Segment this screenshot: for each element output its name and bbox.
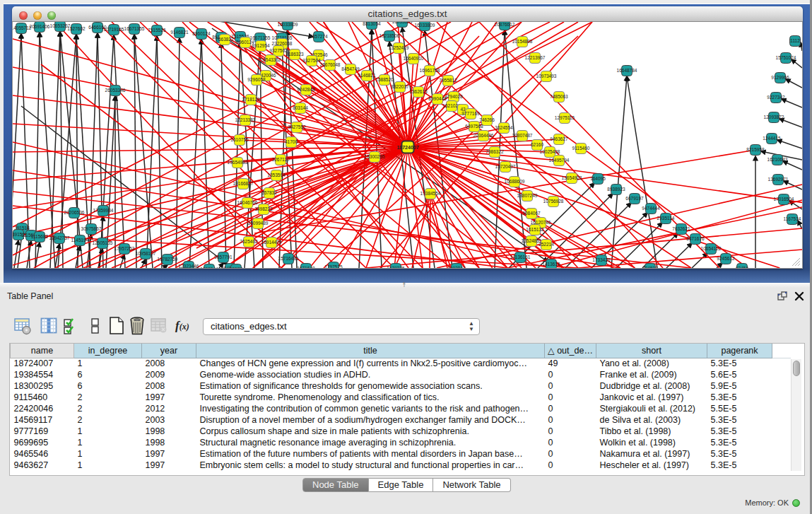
- svg-text:1588520: 1588520: [375, 77, 394, 82]
- svg-text:7625402: 7625402: [240, 239, 258, 244]
- svg-text:30975867: 30975867: [81, 226, 102, 231]
- svg-text:18807249: 18807249: [517, 193, 538, 198]
- svg-text:164095: 164095: [590, 176, 606, 181]
- svg-text:16640910: 16640910: [404, 56, 424, 61]
- svg-text:9327504: 9327504: [302, 58, 321, 63]
- svg-text:9474444: 9474444: [642, 206, 660, 211]
- svg-text:8471676: 8471676: [686, 236, 705, 241]
- svg-text:746266: 746266: [479, 117, 495, 122]
- svg-text:1353594: 1353594: [267, 173, 286, 177]
- svg-text:1112: 1112: [790, 38, 800, 43]
- svg-text:8912954: 8912954: [252, 43, 270, 48]
- svg-text:9227342: 9227342: [767, 95, 785, 100]
- svg-text:13252419: 13252419: [389, 45, 409, 50]
- svg-text:16033809: 16033809: [392, 22, 413, 24]
- svg-text:1733426: 1733426: [592, 257, 611, 262]
- svg-text:7515526: 7515526: [148, 28, 166, 33]
- svg-text:9245612: 9245612: [717, 256, 735, 261]
- svg-text:16543362: 16543362: [261, 57, 281, 62]
- svg-text:2718126: 2718126: [242, 97, 260, 102]
- svg-text:1167534: 1167534: [784, 216, 801, 221]
- svg-text:17957253: 17957253: [114, 246, 135, 251]
- svg-text:3624554: 3624554: [495, 125, 513, 130]
- svg-text:26053346: 26053346: [105, 88, 126, 93]
- svg-text:3498222: 3498222: [254, 206, 273, 211]
- svg-text:10958107: 10958107: [136, 251, 156, 256]
- svg-text:9327502: 9327502: [269, 48, 288, 53]
- svg-text:12323446: 12323446: [179, 264, 199, 268]
- svg-text:10756928: 10756928: [543, 199, 564, 204]
- svg-text:16961758: 16961758: [420, 68, 440, 73]
- svg-text:1679275: 1679275: [387, 266, 405, 268]
- svg-text:7986322: 7986322: [486, 149, 504, 154]
- svg-text:13654923: 13654923: [562, 175, 582, 180]
- svg-text:16495794: 16495794: [549, 158, 570, 163]
- svg-text:10688609: 10688609: [505, 179, 525, 184]
- svg-text:10025438: 10025438: [540, 149, 560, 154]
- svg-text:16671355: 16671355: [124, 26, 145, 31]
- svg-text:92456: 92456: [736, 266, 748, 268]
- svg-text:10973493: 10973493: [536, 74, 557, 78]
- svg-text:8454749: 8454749: [341, 66, 360, 71]
- svg-text:16033809: 16033809: [278, 22, 298, 27]
- svg-text:10807487: 10807487: [512, 133, 533, 138]
- svg-text:8813054: 8813054: [363, 22, 381, 26]
- svg-text:10719155: 10719155: [104, 27, 124, 32]
- svg-text:8186323: 8186323: [286, 52, 304, 57]
- svg-text:2935114: 2935114: [657, 216, 675, 221]
- svg-text:20691406: 20691406: [30, 24, 50, 29]
- svg-text:1244415: 1244415: [763, 136, 781, 141]
- svg-text:7357274: 7357274: [310, 34, 328, 39]
- svg-text:924501: 924501: [642, 266, 658, 268]
- svg-text:12213383: 12213383: [235, 117, 256, 122]
- svg-text:9794028: 9794028: [445, 94, 463, 99]
- svg-text:1115682: 1115682: [31, 234, 49, 239]
- svg-text:9242848: 9242848: [297, 87, 315, 92]
- svg-text:9129966: 9129966: [771, 75, 789, 80]
- svg-text:16210643: 16210643: [767, 157, 788, 162]
- svg-text:12942737: 12942737: [49, 235, 70, 240]
- svg-text:1362615: 1362615: [409, 89, 428, 94]
- svg-text:6679197: 6679197: [625, 196, 644, 201]
- svg-text:19654983: 19654983: [228, 160, 248, 165]
- svg-text:15720407: 15720407: [495, 164, 516, 169]
- svg-text:62160: 62160: [531, 142, 543, 147]
- svg-text:8322037: 8322037: [391, 84, 409, 89]
- svg-text:15716485: 15716485: [278, 256, 299, 261]
- svg-text:9463627: 9463627: [550, 136, 568, 141]
- svg-text:18724007: 18724007: [396, 145, 418, 150]
- svg-text:1610755: 1610755: [230, 137, 249, 142]
- svg-text:15751074: 15751074: [776, 55, 796, 60]
- svg-text:16033809: 16033809: [415, 23, 435, 28]
- svg-text:7632621: 7632621: [672, 226, 690, 231]
- svg-text:9146821: 9146821: [170, 30, 189, 35]
- svg-text:7485063: 7485063: [550, 94, 568, 99]
- svg-text:19384554: 19384554: [420, 191, 441, 196]
- svg-text:12213967: 12213967: [525, 55, 546, 60]
- svg-text:17359934: 17359934: [93, 208, 114, 213]
- svg-text:9427552: 9427552: [288, 124, 306, 129]
- svg-text:16782759: 16782759: [158, 257, 178, 262]
- svg-text:16099489: 16099489: [248, 221, 269, 226]
- svg-text:12505135: 12505135: [93, 240, 113, 245]
- svg-text:12975115: 12975115: [555, 115, 575, 120]
- svg-text:8215958: 8215958: [746, 147, 765, 152]
- svg-text:8938923: 8938923: [607, 187, 625, 192]
- svg-text:20206536: 20206536: [64, 210, 85, 215]
- svg-text:803144: 803144: [293, 105, 308, 110]
- svg-text:26676048: 26676048: [320, 62, 341, 67]
- svg-text:19166827: 19166827: [233, 181, 254, 186]
- svg-text:9084067: 9084067: [522, 211, 541, 216]
- svg-text:9857791: 9857791: [214, 255, 233, 259]
- svg-text:14136161: 14136161: [510, 255, 531, 259]
- svg-text:13692971: 13692971: [768, 177, 789, 182]
- svg-text:20876612: 20876612: [495, 22, 515, 27]
- svg-text:8990448: 8990448: [428, 96, 447, 101]
- svg-text:1571648: 1571648: [297, 266, 315, 268]
- svg-text:19218506: 19218506: [379, 33, 400, 38]
- svg-text:1527602: 1527602: [67, 26, 86, 31]
- svg-text:10154808: 10154808: [512, 39, 533, 44]
- svg-text:8960124: 8960124: [192, 31, 211, 36]
- svg-text:20364436: 20364436: [473, 133, 494, 138]
- svg-text:7955812: 7955812: [439, 78, 457, 83]
